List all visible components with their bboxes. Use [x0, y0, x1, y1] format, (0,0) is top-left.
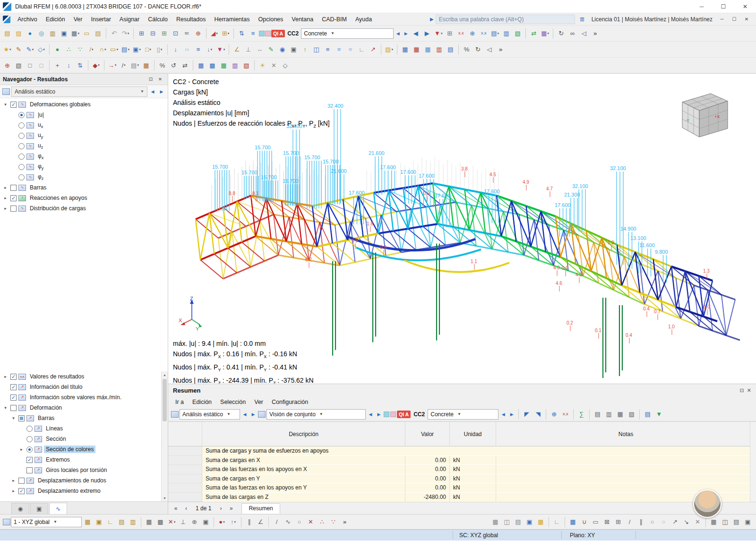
- view-iso-icon[interactable]: ▧: [13, 60, 24, 71]
- tab-results-icon[interactable]: ∿: [49, 503, 67, 514]
- cad-poly-icon[interactable]: ∿: [283, 516, 293, 527]
- free-load-icon[interactable]: ↓▾: [204, 44, 215, 55]
- paste-icon[interactable]: ▥: [47, 28, 58, 39]
- tree-item[interactable]: ∿ux: [0, 120, 168, 130]
- corner-icon[interactable]: ∟: [551, 516, 562, 527]
- prev-case-button[interactable]: ◀: [394, 29, 402, 38]
- tree-item[interactable]: ↗Extremos: [0, 455, 161, 465]
- tree-item[interactable]: ▾∿Deformaciones globales: [0, 99, 168, 110]
- node-icon[interactable]: ●: [52, 44, 63, 55]
- extreme-values-icon[interactable]: x.x: [478, 28, 489, 39]
- tree-checkbox[interactable]: [10, 102, 17, 108]
- tree-expander-icon[interactable]: ▸: [18, 447, 25, 452]
- summary-view-prev-button[interactable]: ◀: [367, 410, 374, 419]
- guideline-icon[interactable]: ⊥: [243, 44, 254, 55]
- model-manager-icon[interactable]: ◎: [36, 28, 47, 39]
- fe-layout-icon[interactable]: ◫: [501, 516, 512, 527]
- zoom-values-icon[interactable]: ⊕: [467, 28, 478, 39]
- view1-icon[interactable]: ▤: [592, 409, 603, 420]
- tree-expander-icon[interactable]: ▸: [2, 185, 9, 190]
- tbl1-icon[interactable]: ▦: [708, 516, 719, 527]
- tree-item[interactable]: ↗Información sobre valores máx./mín.: [0, 392, 161, 403]
- tree-item[interactable]: ▸↗Desplazamientos de nudos: [0, 475, 161, 486]
- renumber-icon[interactable]: ⇄: [528, 28, 539, 39]
- comment-icon[interactable]: ✎: [266, 44, 276, 55]
- menu-item[interactable]: Insertar: [86, 15, 115, 24]
- x2-icon[interactable]: ✕: [692, 516, 703, 527]
- navigator-float-button[interactable]: ⊡: [146, 75, 155, 84]
- tree-radio[interactable]: [18, 122, 25, 129]
- arc-icon[interactable]: ∩▾: [97, 44, 108, 55]
- tree-radio[interactable]: [18, 133, 25, 139]
- reports-icon[interactable]: ▤: [93, 28, 103, 39]
- tree-radio[interactable]: [18, 143, 25, 149]
- fe-page-icon[interactable]: ▤: [513, 516, 524, 527]
- plus-box-icon[interactable]: ⊞: [613, 516, 624, 527]
- tree-checkbox[interactable]: [18, 415, 25, 421]
- magnet-icon[interactable]: ∪: [579, 516, 590, 527]
- align-right-icon[interactable]: ≡: [345, 44, 356, 55]
- clip-plane-icon[interactable]: ◫: [311, 44, 322, 55]
- tbl2-icon[interactable]: ◫: [720, 516, 730, 527]
- tree-radio[interactable]: [18, 112, 25, 118]
- tree-item[interactable]: ∿uz: [0, 141, 168, 151]
- tree-item[interactable]: ▾↗Deformación: [0, 403, 161, 413]
- angle-icon[interactable]: ∠: [255, 516, 266, 527]
- view4-icon[interactable]: ▧: [626, 409, 637, 420]
- leader-icon[interactable]: ↗: [368, 44, 378, 55]
- tree-expander-icon[interactable]: ▾: [2, 102, 9, 107]
- tree-checkbox[interactable]: [10, 395, 17, 401]
- area-load-icon[interactable]: ≡: [193, 44, 204, 55]
- tables-icon[interactable]: ⊞: [136, 28, 147, 39]
- cut-icon[interactable]: ✕: [268, 60, 279, 71]
- align-mid-icon[interactable]: ≡: [334, 44, 344, 55]
- cad-pattern-icon[interactable]: ∴: [317, 516, 327, 527]
- fe-gold-icon[interactable]: ▦: [535, 516, 546, 527]
- sc-icon[interactable]: sc: [181, 28, 192, 39]
- tree-radio[interactable]: [18, 154, 25, 160]
- grid-xy-icon[interactable]: ▦: [400, 44, 411, 55]
- tree-expander-icon[interactable]: ▸: [2, 374, 9, 379]
- first-page-icon[interactable]: «: [171, 504, 180, 513]
- model-viewport[interactable]: CC2 - ConcreteCargas [kN]Análisis estáti…: [168, 74, 756, 384]
- tree-expander-icon[interactable]: ▸: [2, 206, 9, 211]
- fe-table-icon[interactable]: ▦: [490, 516, 501, 527]
- new-report-icon[interactable]: ▭: [81, 28, 92, 39]
- circle2-icon[interactable]: ○: [647, 516, 658, 527]
- arrow-se-icon[interactable]: ↘: [681, 516, 692, 527]
- mirror-icon[interactable]: ◁: [578, 28, 589, 39]
- mesh-clear-icon[interactable]: ▧: [241, 60, 252, 71]
- table-cell-descripcion[interactable]: Suma de las cargas en Z: [202, 493, 405, 502]
- move-node-icon[interactable]: +: [52, 60, 63, 71]
- search-input[interactable]: Escriba una palabra clave (Alt+Q): [436, 15, 575, 24]
- tree-checkbox[interactable]: [10, 374, 17, 380]
- doc-restore-button[interactable]: ☐: [729, 15, 740, 24]
- tree-radio[interactable]: [26, 426, 33, 432]
- view2-icon[interactable]: ▥: [603, 409, 614, 420]
- summary-tab[interactable]: Resumen: [241, 503, 280, 514]
- overflow2-icon[interactable]: »: [495, 44, 506, 55]
- load-list-icon[interactable]: ≡: [248, 28, 258, 39]
- analysis-next-button[interactable]: ▶: [158, 87, 165, 96]
- tree-item[interactable]: ∿φy: [0, 162, 168, 172]
- axis-entry-icon[interactable]: ↑▾: [228, 516, 239, 527]
- menu-item[interactable]: Ayuda: [351, 15, 376, 24]
- mesh-check-icon[interactable]: ▥: [230, 60, 241, 71]
- coordinate-system-combobox[interactable]: 1 - XYZ global ▼: [11, 517, 82, 527]
- undo-icon[interactable]: ↶: [109, 28, 120, 39]
- tree-item[interactable]: ∿φx: [0, 151, 168, 162]
- summary-menu-item[interactable]: Edición: [188, 398, 216, 406]
- tree-checkbox[interactable]: [10, 405, 17, 411]
- summary-close-button[interactable]: ✕: [747, 387, 751, 394]
- view-front-icon[interactable]: □: [25, 60, 35, 71]
- prev-page-icon[interactable]: ‹: [181, 504, 191, 513]
- summary-menu-item[interactable]: Selección: [216, 398, 250, 406]
- overflow-icon[interactable]: »: [590, 28, 601, 39]
- menu-item[interactable]: CAD-BIM: [318, 15, 351, 24]
- cad-x-icon[interactable]: ✕: [305, 516, 316, 527]
- camera-icon[interactable]: ▣: [288, 44, 299, 55]
- slash-icon[interactable]: /: [624, 516, 635, 527]
- summary-menu-item[interactable]: Ir a: [171, 398, 188, 406]
- maximize-button[interactable]: ☐: [713, 0, 734, 13]
- snap-center-icon[interactable]: ⊕: [189, 516, 200, 527]
